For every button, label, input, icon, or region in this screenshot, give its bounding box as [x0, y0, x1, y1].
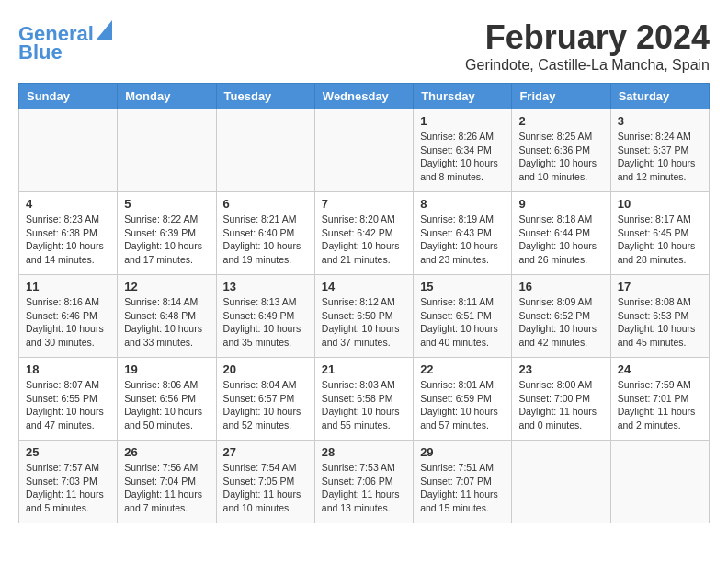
calendar-cell-w5-d4: 28Sunrise: 7:53 AM Sunset: 7:06 PM Dayli… — [314, 441, 413, 523]
calendar-cell-w4-d6: 23Sunrise: 8:00 AM Sunset: 7:00 PM Dayli… — [512, 358, 610, 441]
logo: General Blue — [18, 23, 112, 63]
day-number: 13 — [223, 280, 308, 293]
day-number: 20 — [223, 362, 308, 376]
day-detail: Sunrise: 8:22 AM Sunset: 6:39 PM Dayligh… — [124, 213, 209, 267]
calendar-cell-w1-d6: 2Sunrise: 8:25 AM Sunset: 6:36 PM Daylig… — [512, 109, 610, 192]
calendar-header-row: Sunday Monday Tuesday Wednesday Thursday… — [19, 84, 710, 109]
day-detail: Sunrise: 8:00 AM Sunset: 7:00 PM Dayligh… — [518, 378, 603, 432]
day-detail: Sunrise: 8:20 AM Sunset: 6:42 PM Dayligh… — [322, 213, 406, 267]
calendar-cell-w3-d6: 16Sunrise: 8:09 AM Sunset: 6:52 PM Dayli… — [512, 275, 610, 358]
day-number: 4 — [26, 197, 110, 211]
col-thursday: Thursday — [414, 84, 512, 109]
calendar-cell-w3-d7: 17Sunrise: 8:08 AM Sunset: 6:53 PM Dayli… — [610, 275, 709, 358]
col-monday: Monday — [118, 84, 216, 109]
day-number: 8 — [420, 197, 505, 211]
calendar-cell-w2-d5: 8Sunrise: 8:19 AM Sunset: 6:43 PM Daylig… — [414, 192, 512, 275]
day-number: 10 — [618, 197, 702, 211]
day-number: 17 — [618, 280, 702, 293]
day-number: 26 — [124, 445, 209, 459]
day-detail: Sunrise: 8:26 AM Sunset: 6:34 PM Dayligh… — [420, 130, 505, 184]
day-number: 28 — [322, 445, 406, 459]
calendar-week-3: 11Sunrise: 8:16 AM Sunset: 6:46 PM Dayli… — [19, 275, 710, 358]
calendar-cell-w1-d4 — [314, 109, 413, 192]
logo-icon — [96, 20, 112, 40]
calendar-cell-w3-d1: 11Sunrise: 8:16 AM Sunset: 6:46 PM Dayli… — [19, 275, 118, 358]
day-number: 15 — [420, 280, 505, 293]
calendar-cell-w3-d2: 12Sunrise: 8:14 AM Sunset: 6:48 PM Dayli… — [118, 275, 216, 358]
day-number: 11 — [26, 280, 110, 293]
day-number: 12 — [124, 280, 209, 293]
calendar-cell-w5-d7 — [610, 441, 709, 523]
day-number: 25 — [26, 445, 110, 459]
calendar-week-1: 1Sunrise: 8:26 AM Sunset: 6:34 PM Daylig… — [19, 109, 710, 192]
day-detail: Sunrise: 8:04 AM Sunset: 6:57 PM Dayligh… — [223, 378, 308, 432]
calendar-cell-w1-d2 — [118, 109, 216, 192]
main-title: February 2024 — [465, 18, 710, 57]
day-number: 29 — [420, 445, 505, 459]
title-section: February 2024 Gerindote, Castille-La Man… — [465, 18, 710, 74]
calendar-cell-w5-d5: 29Sunrise: 7:51 AM Sunset: 7:07 PM Dayli… — [414, 441, 512, 523]
calendar-table: Sunday Monday Tuesday Wednesday Thursday… — [18, 83, 710, 523]
day-detail: Sunrise: 8:09 AM Sunset: 6:52 PM Dayligh… — [518, 295, 603, 350]
day-number: 2 — [518, 114, 603, 128]
day-number: 6 — [223, 197, 308, 211]
calendar-cell-w4-d1: 18Sunrise: 8:07 AM Sunset: 6:55 PM Dayli… — [19, 358, 118, 441]
day-detail: Sunrise: 8:23 AM Sunset: 6:38 PM Dayligh… — [26, 213, 110, 267]
calendar-cell-w4-d7: 24Sunrise: 7:59 AM Sunset: 7:01 PM Dayli… — [610, 358, 709, 441]
calendar-cell-w3-d3: 13Sunrise: 8:13 AM Sunset: 6:49 PM Dayli… — [216, 275, 314, 358]
day-number: 19 — [124, 362, 209, 376]
calendar-cell-w4-d4: 21Sunrise: 8:03 AM Sunset: 6:58 PM Dayli… — [314, 358, 413, 441]
day-detail: Sunrise: 7:51 AM Sunset: 7:07 PM Dayligh… — [420, 461, 505, 515]
day-detail: Sunrise: 8:07 AM Sunset: 6:55 PM Dayligh… — [26, 378, 110, 432]
day-number: 14 — [322, 280, 406, 293]
day-number: 18 — [26, 362, 110, 376]
day-number: 7 — [322, 197, 406, 211]
day-number: 1 — [420, 114, 505, 128]
calendar-cell-w2-d6: 9Sunrise: 8:18 AM Sunset: 6:44 PM Daylig… — [512, 192, 610, 275]
calendar-cell-w5-d6 — [512, 441, 610, 523]
day-number: 5 — [124, 197, 209, 211]
calendar-cell-w4-d2: 19Sunrise: 8:06 AM Sunset: 6:56 PM Dayli… — [118, 358, 216, 441]
day-detail: Sunrise: 8:16 AM Sunset: 6:46 PM Dayligh… — [26, 295, 110, 350]
day-detail: Sunrise: 8:08 AM Sunset: 6:53 PM Dayligh… — [618, 295, 702, 350]
logo-text-blue: Blue — [18, 41, 63, 63]
day-detail: Sunrise: 7:54 AM Sunset: 7:05 PM Dayligh… — [223, 461, 308, 515]
day-detail: Sunrise: 8:17 AM Sunset: 6:45 PM Dayligh… — [618, 213, 702, 267]
calendar-cell-w2-d2: 5Sunrise: 8:22 AM Sunset: 6:39 PM Daylig… — [118, 192, 216, 275]
day-detail: Sunrise: 8:06 AM Sunset: 6:56 PM Dayligh… — [124, 378, 209, 432]
calendar-week-2: 4Sunrise: 8:23 AM Sunset: 6:38 PM Daylig… — [19, 192, 710, 275]
day-detail: Sunrise: 7:59 AM Sunset: 7:01 PM Dayligh… — [618, 378, 702, 432]
calendar-cell-w3-d5: 15Sunrise: 8:11 AM Sunset: 6:51 PM Dayli… — [414, 275, 512, 358]
day-detail: Sunrise: 8:19 AM Sunset: 6:43 PM Dayligh… — [420, 213, 505, 267]
day-detail: Sunrise: 8:12 AM Sunset: 6:50 PM Dayligh… — [322, 295, 406, 350]
day-detail: Sunrise: 8:24 AM Sunset: 6:37 PM Dayligh… — [618, 130, 702, 184]
calendar-cell-w2-d4: 7Sunrise: 8:20 AM Sunset: 6:42 PM Daylig… — [314, 192, 413, 275]
day-detail: Sunrise: 8:25 AM Sunset: 6:36 PM Dayligh… — [518, 130, 603, 184]
day-number: 16 — [518, 280, 603, 293]
day-detail: Sunrise: 8:13 AM Sunset: 6:49 PM Dayligh… — [223, 295, 308, 350]
page-header: General Blue February 2024 Gerindote, Ca… — [18, 18, 710, 74]
day-detail: Sunrise: 7:53 AM Sunset: 7:06 PM Dayligh… — [322, 461, 406, 515]
calendar-cell-w2-d7: 10Sunrise: 8:17 AM Sunset: 6:45 PM Dayli… — [610, 192, 709, 275]
calendar-cell-w1-d5: 1Sunrise: 8:26 AM Sunset: 6:34 PM Daylig… — [414, 109, 512, 192]
day-number: 23 — [518, 362, 603, 376]
col-saturday: Saturday — [610, 84, 709, 109]
day-number: 22 — [420, 362, 505, 376]
col-sunday: Sunday — [19, 84, 118, 109]
day-detail: Sunrise: 8:11 AM Sunset: 6:51 PM Dayligh… — [420, 295, 505, 350]
day-detail: Sunrise: 8:01 AM Sunset: 6:59 PM Dayligh… — [420, 378, 505, 432]
day-detail: Sunrise: 7:57 AM Sunset: 7:03 PM Dayligh… — [26, 461, 110, 515]
day-detail: Sunrise: 8:21 AM Sunset: 6:40 PM Dayligh… — [223, 213, 308, 267]
calendar-cell-w1-d3 — [216, 109, 314, 192]
day-number: 24 — [618, 362, 702, 376]
calendar-cell-w5-d3: 27Sunrise: 7:54 AM Sunset: 7:05 PM Dayli… — [216, 441, 314, 523]
calendar-week-5: 25Sunrise: 7:57 AM Sunset: 7:03 PM Dayli… — [19, 441, 710, 523]
day-detail: Sunrise: 7:56 AM Sunset: 7:04 PM Dayligh… — [124, 461, 209, 515]
calendar-week-4: 18Sunrise: 8:07 AM Sunset: 6:55 PM Dayli… — [19, 358, 710, 441]
calendar-cell-w3-d4: 14Sunrise: 8:12 AM Sunset: 6:50 PM Dayli… — [314, 275, 413, 358]
calendar-cell-w1-d7: 3Sunrise: 8:24 AM Sunset: 6:37 PM Daylig… — [610, 109, 709, 192]
calendar-cell-w2-d3: 6Sunrise: 8:21 AM Sunset: 6:40 PM Daylig… — [216, 192, 314, 275]
day-detail: Sunrise: 8:03 AM Sunset: 6:58 PM Dayligh… — [322, 378, 406, 432]
day-number: 27 — [223, 445, 308, 459]
calendar-cell-w4-d3: 20Sunrise: 8:04 AM Sunset: 6:57 PM Dayli… — [216, 358, 314, 441]
